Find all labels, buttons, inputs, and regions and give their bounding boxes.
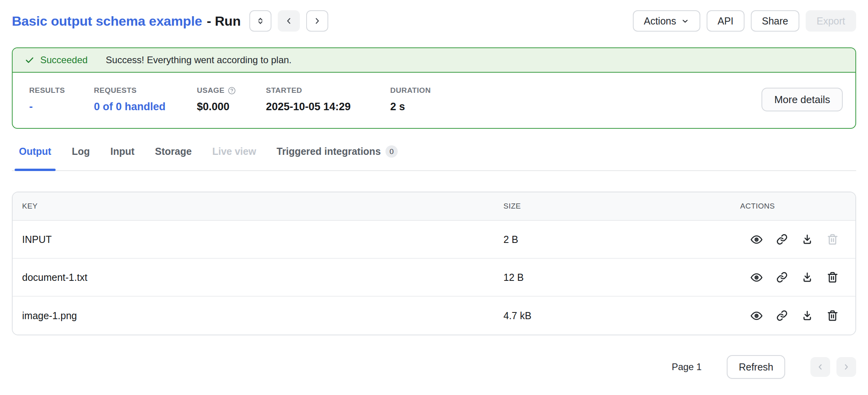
stat-started: STARTED 2025-10-05 14:29 [266,86,390,113]
stat-results-value: - [29,101,94,113]
tab-output[interactable]: Output [19,145,51,170]
column-header-size: SIZE [503,202,740,211]
record-actions [740,310,846,322]
eye-icon[interactable] [750,271,763,284]
tab-input[interactable]: Input [110,145,135,170]
export-button: Export [806,10,856,32]
record-actions [740,271,846,284]
chevron-left-icon [816,363,825,371]
stat-duration-value: 2 s [390,101,431,113]
previous-run-button[interactable] [278,10,300,32]
stat-requests-value: 0 of 0 handled [94,101,197,113]
share-button[interactable]: Share [751,10,799,32]
record-key[interactable]: document-1.txt [22,272,503,283]
next-run-button[interactable] [306,10,328,32]
stat-usage-value: $0.000 [197,101,266,113]
chevron-down-icon [681,17,689,25]
table-row: document-1.txt 12 B [13,259,855,297]
run-selector-button[interactable] [249,10,271,32]
tab-log[interactable]: Log [72,145,90,170]
pagination-bar: Page 1 Refresh [12,355,856,379]
trash-icon[interactable] [827,271,838,283]
triggered-integrations-count-badge: 0 [385,145,398,158]
requests-link[interactable]: 0 of 0 handled [94,101,166,113]
link-icon[interactable] [776,310,788,322]
record-key[interactable]: image-1.png [22,310,503,322]
stat-usage-label: USAGE [197,86,266,95]
table-header-row: KEY SIZE ACTIONS [13,192,855,221]
record-key[interactable]: INPUT [22,234,503,245]
more-details-button[interactable]: More details [761,88,843,111]
table-row: image-1.png 4.7 kB [13,297,855,335]
eye-icon[interactable] [750,310,763,322]
trash-icon[interactable] [827,310,838,322]
page-title-suffix: - Run [207,13,241,28]
status-body: RESULTS - REQUESTS 0 of 0 handled USAGE … [13,73,855,128]
check-icon [24,55,35,65]
status-message: Success! Everything went according to pl… [106,55,292,66]
stat-duration-label: DURATION [390,86,431,95]
link-icon[interactable] [776,271,788,283]
tab-triggered-integrations[interactable]: Triggered integrations0 [277,145,398,170]
actor-title-link[interactable]: Basic output schema example [12,13,202,28]
download-icon[interactable] [801,271,813,283]
status-banner: Succeeded Success! Everything went accor… [13,48,855,73]
actions-dropdown-label: Actions [644,15,676,27]
tab-triggered-integrations-label: Triggered integrations [277,146,381,157]
download-icon[interactable] [801,310,813,322]
topbar: Basic output schema example- Run Actions… [12,9,856,33]
results-link[interactable]: - [29,101,33,113]
page-title: Basic output schema example- Run [12,13,241,29]
column-header-key: KEY [22,202,503,211]
eye-icon[interactable] [750,233,763,246]
tab-storage[interactable]: Storage [155,145,192,170]
refresh-button[interactable]: Refresh [727,355,785,379]
stat-started-label: STARTED [266,86,390,95]
record-size: 4.7 kB [503,310,740,322]
run-detail-page: Basic output schema example- Run Actions… [0,0,868,395]
stat-duration: DURATION 2 s [390,86,431,113]
stat-usage: USAGE $0.000 [197,86,266,113]
stat-results: RESULTS - [29,86,94,113]
run-status-card: Succeeded Success! Everything went accor… [12,47,856,129]
stat-usage-label-text: USAGE [197,86,224,95]
record-size: 2 B [503,234,740,245]
run-tabs: Output Log Input Storage Live view Trigg… [12,145,856,171]
table-row: INPUT 2 B [13,221,855,259]
key-value-store-table: KEY SIZE ACTIONS INPUT 2 B document-1.tx… [12,192,856,335]
topbar-actions: Actions API Share Export [633,10,856,32]
chevrons-up-down-icon [256,16,265,26]
stat-requests: REQUESTS 0 of 0 handled [94,86,197,113]
previous-page-button [810,357,830,377]
record-actions [740,233,846,246]
column-header-actions: ACTIONS [740,202,846,211]
title-group: Basic output schema example- Run [12,10,328,32]
record-size: 12 B [503,272,740,283]
stat-started-value: 2025-10-05 14:29 [266,101,390,113]
api-button[interactable]: API [707,10,745,32]
next-page-button [836,357,856,377]
page-indicator: Page 1 [672,361,702,372]
run-stats: RESULTS - REQUESTS 0 of 0 handled USAGE … [29,86,431,113]
chevron-right-icon [312,16,322,26]
tab-live-view: Live view [212,145,256,170]
stat-requests-label: REQUESTS [94,86,197,95]
stat-results-label: RESULTS [29,86,94,95]
actions-dropdown-button[interactable]: Actions [633,10,700,32]
download-icon[interactable] [801,233,813,245]
trash-icon [827,233,838,245]
status-label: Succeeded [40,55,88,66]
chevron-right-icon [842,363,851,371]
link-icon[interactable] [776,233,788,245]
help-circle-icon[interactable] [228,87,236,95]
chevron-left-icon [284,16,294,26]
